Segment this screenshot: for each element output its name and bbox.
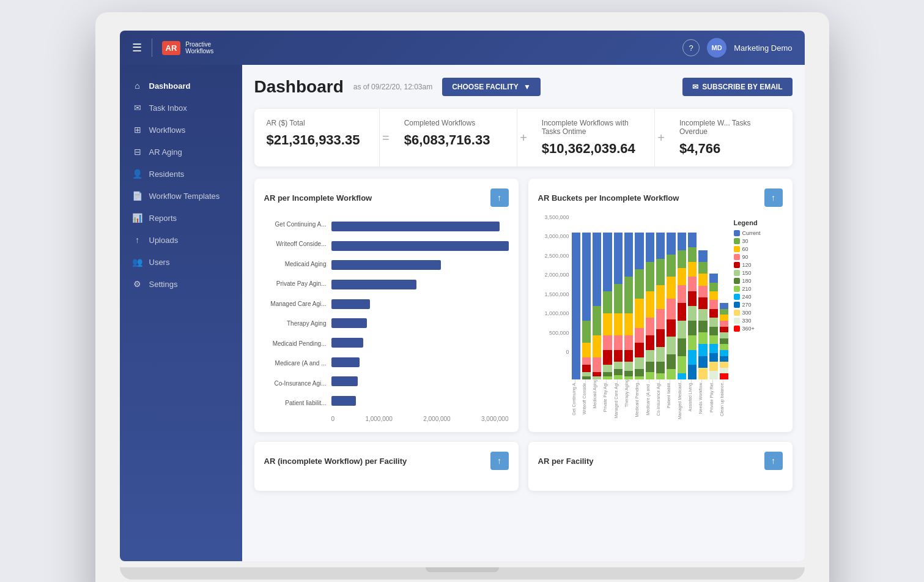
bottom-chart1-download-button[interactable]: ↑	[490, 452, 509, 470]
download-icon-4: ↑	[771, 456, 775, 466]
bar-row	[331, 239, 509, 253]
stacked-segment	[720, 368, 728, 374]
stacked-segment	[603, 350, 612, 365]
legend-dot	[734, 326, 740, 332]
stacked-segment	[678, 321, 686, 338]
chart2-download-button[interactable]: ↑	[764, 188, 783, 207]
bar-row	[331, 258, 509, 272]
residents-icon: 👤	[132, 169, 143, 179]
laptop-notch	[426, 567, 499, 572]
sidebar-label-workflow-templates: Workflow Templates	[149, 192, 220, 201]
charts-row: AR per Incomplete Workflow ↑ Get Continu…	[254, 179, 793, 432]
bar-row	[331, 394, 509, 408]
stacked-segment	[656, 373, 665, 379]
main-layout: ⌂ Dashboard ✉ Task Inbox ⊞ Workflows ⊟ A…	[120, 65, 805, 561]
stacked-segment	[698, 356, 707, 368]
chevron-down-icon: ▼	[523, 83, 531, 91]
y-label: 500,000	[538, 330, 572, 336]
sidebar-item-workflow-templates[interactable]: 📄 Workflow Templates	[120, 185, 242, 207]
stacked-segment	[678, 250, 686, 268]
stacked-segment	[656, 233, 665, 259]
stacked-segment	[667, 299, 675, 319]
dashboard-header: Dashboard as of 09/22/20, 12:03am CHOOSE…	[254, 77, 793, 97]
laptop-bottom	[120, 567, 805, 580]
stacked-segment	[667, 255, 675, 277]
axis-label: 1,000,000	[365, 416, 393, 422]
stacked-segment	[614, 233, 623, 284]
sidebar-item-reports[interactable]: 📊 Reports	[120, 207, 242, 229]
stacked-segment	[688, 247, 697, 262]
hamburger-icon[interactable]: ☰	[132, 41, 142, 54]
legend-item: 150	[734, 270, 783, 276]
stat-label-total: AR ($) Total	[267, 119, 367, 127]
legend-label: 210	[742, 286, 752, 292]
choose-facility-button[interactable]: CHOOSE FACILITY ▼	[442, 78, 541, 96]
users-icon: 👥	[132, 257, 143, 267]
stacked-bar-col	[709, 274, 718, 379]
settings-icon: ⚙	[132, 279, 143, 289]
legend-item: 240	[734, 294, 783, 300]
x-label-stacked: Managed Medicaid...	[678, 379, 686, 419]
stacked-segment	[720, 373, 728, 379]
legend-label: 330	[742, 318, 752, 324]
stacked-segment	[624, 233, 633, 277]
stacked-segment	[614, 350, 623, 362]
laptop-frame: ☰ AR Proactive Workflows ? MD Marketing …	[95, 12, 829, 582]
sidebar-item-ar-aging[interactable]: ⊟ AR Aging	[120, 141, 242, 163]
bar-fill	[331, 241, 509, 251]
sidebar-item-workflows[interactable]: ⊞ Workflows	[120, 119, 242, 141]
laptop-screen: ☰ AR Proactive Workflows ? MD Marketing …	[120, 31, 805, 561]
subscribe-button[interactable]: ✉ SUBSCRIBE BY EMAIL	[682, 78, 792, 96]
stacked-segment	[709, 291, 718, 300]
stat-card-overdue: Incomplete W... Tasks Overdue $4,766	[667, 109, 792, 166]
stat-sep-2: +	[517, 131, 530, 145]
stacked-bar-col	[582, 233, 591, 379]
chart1-download-button[interactable]: ↑	[490, 188, 509, 207]
help-button[interactable]: ?	[682, 39, 700, 56]
stat-label-completed: Completed Workflows	[404, 119, 505, 127]
nav-right: ? MD Marketing Demo	[682, 38, 792, 58]
sidebar-item-settings[interactable]: ⚙ Settings	[120, 273, 242, 295]
bottom-chart2-download-button[interactable]: ↑	[764, 452, 783, 470]
sidebar-item-dashboard[interactable]: ⌂ Dashboard	[120, 75, 242, 97]
stacked-segment	[603, 233, 612, 291]
legend-item: 270	[734, 302, 783, 308]
bar-label: Managed Care Agi...	[264, 300, 327, 307]
axis-label: 2,000,000	[423, 416, 451, 422]
stacked-segment	[678, 338, 686, 356]
x-label-stacked: Managed Care Agi...	[614, 379, 623, 419]
legend-item: 60	[734, 246, 783, 252]
legend-item: 120	[734, 262, 783, 268]
bottom-chart1-title: AR (incomplete Workflow) per Facility	[264, 457, 407, 466]
legend-dot	[734, 302, 740, 308]
bar-fill	[331, 260, 442, 270]
legend-label: 120	[742, 262, 752, 268]
y-axis-labels: 3,500,0003,000,0002,500,0002,000,0001,50…	[538, 214, 572, 355]
legend-dot	[734, 286, 740, 292]
chart-ar-incomplete: AR per Incomplete Workflow ↑ Get Continu…	[254, 179, 519, 432]
stacked-segment	[688, 233, 697, 247]
page-title: Dashboard	[254, 77, 344, 97]
sidebar-item-task-inbox[interactable]: ✉ Task Inbox	[120, 97, 242, 119]
stacked-columns	[572, 214, 729, 379]
sidebar-item-residents[interactable]: 👤 Residents	[120, 163, 242, 185]
sidebar-item-uploads[interactable]: ↑ Uploads	[120, 229, 242, 251]
stacked-segment	[646, 372, 654, 379]
stacked-segment	[688, 262, 697, 277]
legend-item: 300	[734, 310, 783, 316]
stacked-segment	[688, 291, 697, 306]
stacked-segment	[603, 335, 612, 350]
stacked-segment	[593, 233, 601, 306]
y-label: 1,500,000	[538, 291, 572, 297]
stacked-segment	[614, 313, 623, 335]
legend-dot	[734, 230, 740, 236]
legend-item: 180	[734, 278, 783, 284]
stacked-segment	[698, 368, 707, 379]
sidebar-item-users[interactable]: 👥 Users	[120, 251, 242, 273]
stacked-segment	[720, 315, 728, 321]
logo-area: AR Proactive Workflows	[162, 41, 214, 55]
bar-label: Private Pay Agin...	[264, 280, 327, 287]
stat-card-completed: Completed Workflows $6,083,716.33	[392, 109, 517, 166]
stacked-segment	[720, 309, 728, 315]
stacked-segment	[614, 362, 623, 369]
